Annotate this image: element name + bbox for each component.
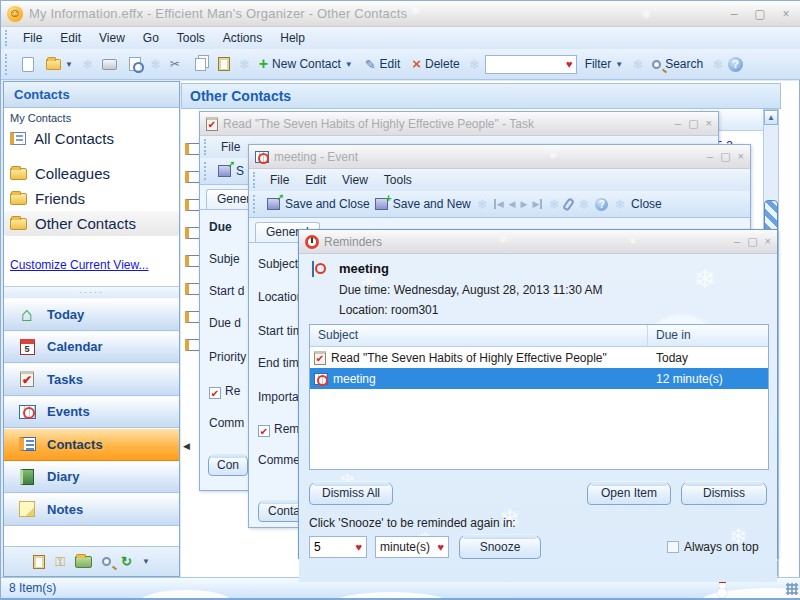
open-file-button[interactable]: ▼ <box>42 57 77 72</box>
dismiss-button[interactable]: Dismiss <box>681 482 767 505</box>
print-button[interactable] <box>98 57 121 72</box>
nav-diary[interactable]: Diary <box>4 461 179 494</box>
delete-contact-button[interactable]: × Delete <box>408 55 463 73</box>
column-subject[interactable]: Subject <box>310 325 648 346</box>
event-reminder-checkbox[interactable]: ✔Rem <box>258 422 299 437</box>
contact-row-icon[interactable] <box>185 143 200 155</box>
reminder-row-event-selected[interactable]: meeting 12 minute(s) <box>310 368 768 389</box>
contact-row-icon[interactable] <box>185 311 200 323</box>
sidebar-item-colleagues[interactable]: Colleagues <box>4 161 179 186</box>
minimize-button[interactable]: – <box>675 117 681 130</box>
next-item-button[interactable]: ▶ <box>521 199 528 209</box>
new-file-button[interactable] <box>18 55 38 74</box>
nav-today[interactable]: ⌂ Today <box>4 298 179 331</box>
help-button[interactable]: ? <box>728 57 743 72</box>
search-mini-button[interactable] <box>102 557 111 566</box>
contact-row-icon[interactable] <box>185 339 200 351</box>
sidebar-splitter[interactable]: ····· <box>4 286 179 298</box>
menu-edit[interactable]: Edit <box>297 171 334 189</box>
resize-grip[interactable] <box>786 583 798 595</box>
task-reminder-checkbox[interactable]: ✔Re <box>209 384 240 399</box>
nav-notes[interactable]: Notes <box>4 493 179 526</box>
sidebar-item-friends[interactable]: Friends <box>4 186 179 211</box>
maximize-button[interactable]: ▢ <box>751 7 769 21</box>
scroll-up-button[interactable]: ▲ <box>764 110 778 125</box>
dismiss-all-button[interactable]: Dismiss All <box>309 482 393 505</box>
menu-file[interactable]: File <box>262 171 297 189</box>
menu-tools[interactable]: Tools <box>376 171 420 189</box>
event-window-menubar: File Edit View Tools <box>249 169 750 191</box>
search-button[interactable]: Search <box>648 55 707 73</box>
menu-edit[interactable]: Edit <box>51 29 90 47</box>
more-buttons-dropdown[interactable]: ▼ <box>142 557 150 566</box>
close-button[interactable]: × <box>738 150 744 163</box>
menu-help[interactable]: Help <box>271 29 314 47</box>
save-and-close-button[interactable]: Save and Close <box>285 197 370 211</box>
edit-contact-button[interactable]: ✎ Edit <box>361 55 405 74</box>
filter-text-field[interactable] <box>496 57 566 72</box>
contact-row-icon[interactable] <box>185 227 200 239</box>
nav-calendar[interactable]: 5 Calendar <box>4 331 179 364</box>
save-and-new-button[interactable]: Save and New <box>393 197 471 211</box>
snowflake-icon: ❄ <box>149 57 162 72</box>
menu-file[interactable]: File <box>213 138 248 156</box>
contact-row-icon[interactable] <box>185 171 200 183</box>
open-item-button[interactable]: Open Item <box>587 482 671 505</box>
last-item-button[interactable]: ▶ <box>532 199 542 209</box>
new-contact-button[interactable]: + New Contact ▼ <box>255 55 357 73</box>
filter-button[interactable]: Filter ▼ <box>581 55 628 73</box>
journal-button[interactable] <box>33 555 45 569</box>
paste-button[interactable] <box>214 55 234 73</box>
collapse-arrow-icon[interactable]: ◀ <box>183 441 190 451</box>
diary-book-icon <box>16 467 38 487</box>
close-button[interactable]: × <box>777 7 795 21</box>
snooze-unit-combo[interactable]: minute(s) ♥ <box>375 536 449 558</box>
save-and-close-button[interactable]: S <box>236 164 244 178</box>
snooze-value-combo[interactable]: ♥ <box>309 536 367 558</box>
minimize-button[interactable]: – <box>734 235 740 248</box>
minimize-button[interactable]: – <box>707 150 713 163</box>
events-calendar-icon <box>16 402 38 422</box>
snooze-button[interactable]: Snooze <box>459 535 541 559</box>
maximize-button[interactable]: ▢ <box>720 150 730 163</box>
help-button[interactable]: ? <box>595 198 608 211</box>
menu-tools[interactable]: Tools <box>168 29 214 47</box>
minimize-button[interactable]: – <box>725 7 743 21</box>
close-button[interactable]: × <box>765 235 771 248</box>
contact-row-icon[interactable] <box>185 283 200 295</box>
attachment-paperclip-button[interactable] <box>562 197 575 212</box>
snooze-value-field[interactable] <box>314 540 348 554</box>
previous-item-button[interactable]: ◀ <box>509 199 516 209</box>
maximize-button[interactable]: ▢ <box>688 117 698 130</box>
contact-row-icon[interactable] <box>185 199 200 211</box>
cut-button[interactable]: ✂ <box>166 55 184 73</box>
menu-view[interactable]: View <box>334 171 376 189</box>
close-button[interactable]: × <box>706 117 712 130</box>
contact-row-icon[interactable] <box>185 255 200 267</box>
always-on-top-checkbox[interactable]: Always on top <box>667 540 759 554</box>
first-item-button[interactable]: ◀ <box>494 199 504 209</box>
menu-file[interactable]: File <box>14 29 51 47</box>
print-preview-button[interactable] <box>125 55 145 73</box>
copy-button[interactable] <box>188 56 210 73</box>
column-due-in[interactable]: Due in <box>648 325 768 346</box>
heart-dropdown-icon: ♥ <box>566 58 573 70</box>
menu-actions[interactable]: Actions <box>214 29 271 47</box>
nav-tasks[interactable]: ✔ Tasks <box>4 363 179 396</box>
password-key-button[interactable]: ⚿ <box>55 554 65 570</box>
plus-icon: + <box>259 58 268 70</box>
sidebar-item-all-contacts[interactable]: All Contacts <box>4 126 179 151</box>
sync-button[interactable]: ↻ <box>121 554 132 569</box>
maximize-button[interactable]: ▢ <box>747 235 757 248</box>
safe-button[interactable] <box>75 556 92 568</box>
nav-events[interactable]: Events <box>4 396 179 429</box>
close-window-button[interactable]: Close <box>631 197 662 211</box>
nav-contacts[interactable]: Contacts <box>4 428 179 461</box>
filter-input[interactable]: ♥ <box>485 55 577 74</box>
reminder-row-task[interactable]: ✔ Read "The Seven Habits of Highly Effec… <box>310 347 768 368</box>
sidebar-item-other-contacts[interactable]: Other Contacts <box>4 211 179 236</box>
customize-view-link[interactable]: Customize Current View... <box>4 236 179 272</box>
menu-go[interactable]: Go <box>134 29 168 47</box>
task-contacts-button[interactable]: Con <box>208 454 248 476</box>
menu-view[interactable]: View <box>90 29 134 47</box>
